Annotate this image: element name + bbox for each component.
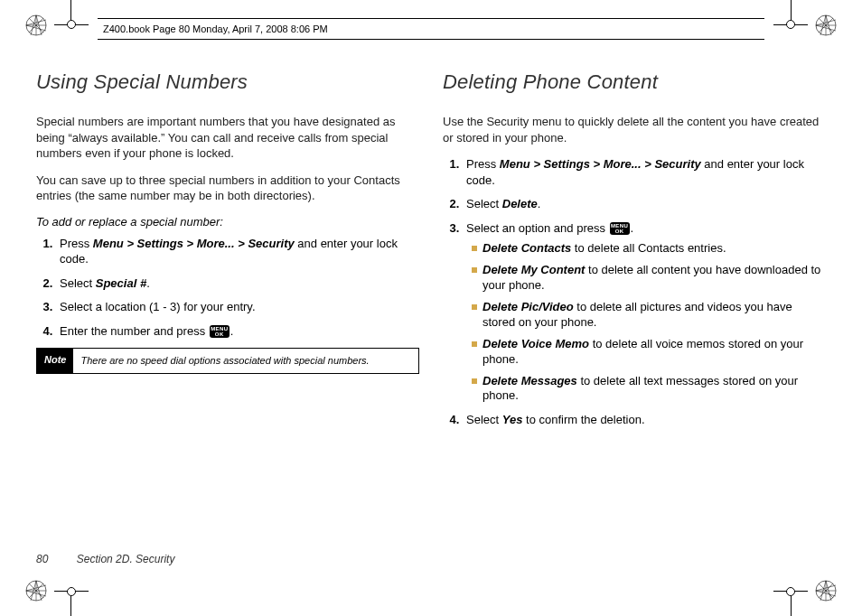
left-step-2: Select Special #. xyxy=(56,275,419,292)
right-column: Deleting Phone Content Use the Security … xyxy=(443,70,826,562)
crop-ornament-tr xyxy=(815,14,837,36)
crop-ornament-br xyxy=(815,580,837,602)
page-content: Using Special Numbers Special numbers ar… xyxy=(36,70,826,562)
right-steps: Press Menu > Settings > More... > Securi… xyxy=(443,156,826,428)
left-para-1: Special numbers are important numbers th… xyxy=(36,114,419,162)
left-step-4: Enter the number and press MENUOK. xyxy=(56,323,419,340)
right-step-1: Press Menu > Settings > More... > Securi… xyxy=(463,156,826,188)
opt-delete-voice-memo: Delete Voice Memo to delete all voice me… xyxy=(472,337,826,368)
right-step-2: Select Delete. xyxy=(463,196,826,212)
header-text: Z400.book Page 80 Monday, April 7, 2008 … xyxy=(103,23,328,34)
left-subhead: To add or replace a special number: xyxy=(36,215,419,229)
right-step-3: Select an option and press MENUOK. Delet… xyxy=(463,220,826,405)
right-title: Deleting Phone Content xyxy=(443,70,826,94)
note-label: Note xyxy=(37,349,73,372)
right-step-4: Select Yes to confirm the deletion. xyxy=(463,412,826,428)
left-step-1: Press Menu > Settings > More... > Securi… xyxy=(56,236,419,267)
page-number: 80 xyxy=(36,553,48,565)
left-para-2: You can save up to three special numbers… xyxy=(36,173,419,204)
menu-ok-icon: MENUOK xyxy=(610,222,630,235)
left-column: Using Special Numbers Special numbers ar… xyxy=(36,70,419,562)
opt-delete-my-content: Delete My Content to delete all content … xyxy=(472,263,826,294)
right-para-1: Use the Security menu to quickly delete … xyxy=(443,114,826,145)
section-label: Section 2D. Security xyxy=(77,553,175,565)
delete-options-list: Delete Contacts to delete all Contacts e… xyxy=(466,241,826,404)
crop-ornament-bl xyxy=(25,580,47,602)
framemaker-header: Z400.book Page 80 Monday, April 7, 2008 … xyxy=(98,18,764,40)
left-step-3: Select a location (1 - 3) for your entry… xyxy=(56,299,419,315)
note-text: There are no speed dial options associat… xyxy=(73,349,418,372)
note-box: Note There are no speed dial options ass… xyxy=(36,348,419,373)
crop-ornament-tl xyxy=(25,14,47,36)
page-footer: 80 Section 2D. Security xyxy=(36,553,174,565)
opt-delete-messages: Delete Messages to delete all text messa… xyxy=(472,374,826,405)
left-steps: Press Menu > Settings > More... > Securi… xyxy=(36,236,419,340)
menu-ok-icon: MENUOK xyxy=(210,325,230,338)
opt-delete-pic-video: Delete Pic/Video to delete all pictures … xyxy=(472,300,826,331)
left-title: Using Special Numbers xyxy=(36,70,419,94)
opt-delete-contacts: Delete Contacts to delete all Contacts e… xyxy=(472,241,826,257)
